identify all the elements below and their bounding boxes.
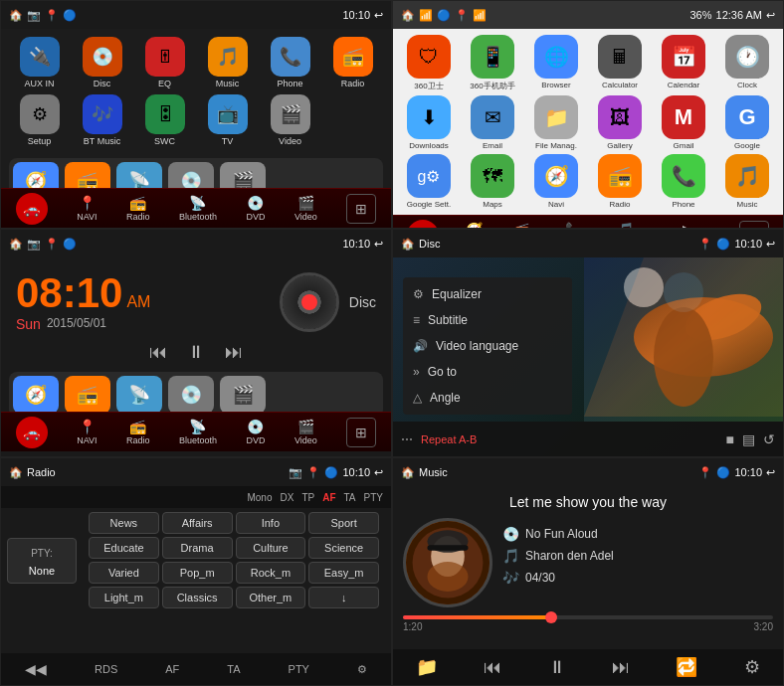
car-home-button[interactable]: 🚗 — [16, 193, 48, 225]
panel2-nav-navi[interactable]: 🧭Navi — [466, 222, 484, 229]
pty-educate[interactable]: Educate — [89, 537, 159, 559]
app-tv[interactable]: 📺 TV — [199, 94, 256, 146]
launcher-360[interactable]: 🛡 360卫士 — [399, 35, 459, 91]
menu-video-lang[interactable]: 🔊 Video language — [403, 333, 572, 359]
nav-label-bt[interactable]: 📡Bluetooth — [179, 195, 217, 222]
launcher-files[interactable]: 📁 File Manag. — [526, 95, 586, 150]
launcher-360assist[interactable]: 📱 360手机助手 — [463, 35, 522, 91]
panel3-video-app[interactable]: 🎬 — [220, 376, 266, 414]
app-radio[interactable]: 📻 Radio — [324, 37, 381, 88]
launcher-calc[interactable]: 🖩 Calculator — [590, 35, 650, 91]
pty-lightm[interactable]: Light_m — [89, 587, 159, 608]
panel3-radio-app[interactable]: 📻 — [65, 376, 110, 414]
panel2-grid-btn[interactable]: ⊞ — [739, 221, 769, 230]
grid-button[interactable]: ⊞ — [346, 194, 376, 224]
launcher-dl[interactable]: ⬇ Downloads — [399, 95, 459, 150]
disc-list-btn[interactable]: ▤ — [742, 431, 755, 447]
nav-label-navi[interactable]: 📍NAVI — [77, 195, 97, 222]
pty-popm[interactable]: Pop_m — [162, 562, 233, 584]
launcher-music2[interactable]: 🎵 Music — [717, 154, 777, 209]
launcher-clock[interactable]: 🕐 Clock — [717, 35, 777, 91]
app-phone[interactable]: 📞 Phone — [262, 37, 318, 88]
launcher-cal[interactable]: 📅 Calendar — [654, 35, 713, 91]
launcher-gallery[interactable]: 🖼 Gallery — [590, 95, 650, 150]
launcher-browser[interactable]: 🌐 Browser — [526, 35, 586, 91]
music-pause-btn[interactable]: ⏸ — [548, 657, 566, 678]
panel4-back[interactable]: ↩ — [766, 238, 775, 251]
panel2-nav-phone[interactable]: 📞Phone — [561, 222, 587, 229]
pty-more[interactable]: ↓ — [308, 587, 379, 608]
pty-drama[interactable]: Drama — [162, 537, 233, 559]
nav-label-dvd[interactable]: 💿DVD — [246, 195, 265, 222]
progress-track[interactable] — [403, 615, 773, 619]
music-folder-btn[interactable]: 📁 — [416, 656, 438, 678]
pty-varied[interactable]: Varied — [89, 562, 159, 584]
panel3-nav-navi[interactable]: 📍NAVI — [77, 419, 97, 445]
panel3-dvd-app[interactable]: 💿 — [168, 376, 214, 414]
panel2-nav-video[interactable]: ▶VideoPlayer — [665, 222, 712, 229]
app-aux-in[interactable]: 🔌 AUX IN — [11, 37, 68, 88]
panel3-navi-app[interactable]: 🧭 — [13, 376, 59, 414]
app-eq[interactable]: 🎚 EQ — [136, 37, 193, 88]
af-label[interactable]: AF — [165, 663, 179, 675]
panel3-nav-dvd[interactable]: 💿DVD — [246, 419, 265, 445]
app-bt-music[interactable]: 🎶 BT Music — [74, 94, 130, 146]
panel2-car-btn[interactable]: 🚗 — [407, 220, 439, 230]
panel1-back-icon[interactable]: ↩ — [374, 9, 383, 22]
panel3-nav-bt[interactable]: 📡Bluetooth — [179, 419, 217, 445]
app-music[interactable]: 🎵 Music — [199, 37, 256, 88]
pty-science[interactable]: Science — [308, 537, 379, 559]
panel2-nav-radio[interactable]: 📻Radio — [510, 222, 534, 229]
music-settings-btn[interactable]: ⚙ — [744, 656, 760, 678]
panel2-nav-music[interactable]: 🎵Music — [614, 222, 638, 229]
panel6-back[interactable]: ↩ — [766, 466, 775, 479]
pty-bottom-label[interactable]: PTY — [289, 663, 309, 675]
panel3-nav-video[interactable]: 🎬Video — [294, 419, 317, 445]
nav-label-video[interactable]: 🎬Video — [294, 195, 317, 222]
launcher-maps[interactable]: 🗺 Maps — [463, 154, 522, 209]
volume-icon[interactable]: ◀◀ — [25, 661, 47, 677]
pty-culture[interactable]: Culture — [236, 537, 306, 559]
launcher-navi2[interactable]: 🧭 Navi — [526, 154, 586, 209]
app-video[interactable]: 🎬 Video — [262, 94, 318, 146]
panel3-car-btn[interactable]: 🚗 — [16, 417, 48, 448]
panel5-back[interactable]: ↩ — [374, 466, 383, 479]
panel3-bt-app[interactable]: 📡 — [116, 376, 162, 414]
disc-repeat-btn[interactable]: ↺ — [763, 431, 775, 447]
pause-button[interactable]: ⏸ — [187, 342, 205, 363]
panel3-nav-radio[interactable]: 📻Radio — [126, 419, 150, 445]
pty-info[interactable]: Info — [236, 512, 306, 534]
pty-rockm[interactable]: Rock_m — [236, 562, 306, 584]
pty-classics[interactable]: Classics — [162, 587, 233, 608]
disc-stop-btn[interactable]: ■ — [726, 431, 734, 447]
disc-menu-btn[interactable]: ⋯ — [401, 432, 413, 446]
launcher-google[interactable]: G Google — [717, 95, 777, 150]
launcher-phone2[interactable]: 📞 Phone — [654, 154, 713, 209]
rds-label[interactable]: RDS — [95, 663, 117, 675]
panel3-back[interactable]: ↩ — [374, 238, 383, 251]
pty-sport[interactable]: Sport — [308, 512, 379, 534]
next-button[interactable]: ⏭ — [225, 342, 243, 363]
launcher-email[interactable]: ✉ Email — [463, 95, 522, 150]
menu-subtitle[interactable]: ≡ Subtitle — [403, 307, 572, 333]
app-swc[interactable]: 🎛 SWC — [136, 94, 193, 146]
prev-button[interactable]: ⏮ — [149, 342, 167, 363]
app-disc[interactable]: 💿 Disc — [74, 37, 130, 88]
progress-thumb[interactable] — [545, 611, 557, 623]
music-repeat-btn[interactable]: 🔁 — [676, 656, 697, 678]
settings-icon[interactable]: ⚙ — [357, 663, 367, 676]
nav-label-radio[interactable]: 📻Radio — [126, 195, 150, 222]
music-next-btn[interactable]: ⏭ — [612, 657, 630, 678]
pty-news[interactable]: News — [89, 512, 159, 534]
panel3-grid-btn[interactable]: ⊞ — [346, 418, 376, 447]
launcher-gmail[interactable]: M Gmail — [654, 95, 713, 150]
menu-angle[interactable]: △ Angle — [403, 385, 572, 411]
pty-otherm[interactable]: Other_m — [236, 587, 306, 608]
pty-affairs[interactable]: Affairs — [162, 512, 233, 534]
ta-label[interactable]: TA — [227, 663, 240, 675]
app-setup[interactable]: ⚙ Setup — [11, 94, 68, 146]
panel2-back[interactable]: ↩ — [766, 9, 775, 22]
music-prev-btn[interactable]: ⏮ — [484, 657, 501, 678]
launcher-radio2[interactable]: 📻 Radio — [590, 154, 650, 209]
pty-easym[interactable]: Easy_m — [308, 562, 379, 584]
